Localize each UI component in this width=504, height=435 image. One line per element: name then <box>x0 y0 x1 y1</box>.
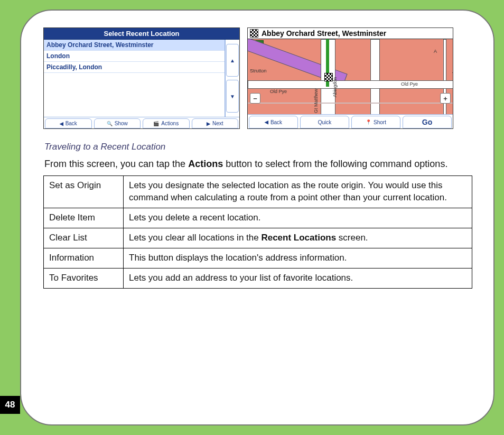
actions-desc-cell: Lets you designate the selected location… <box>124 176 472 208</box>
nav-label: Back <box>66 121 77 126</box>
list-item[interactable]: Abbey Orchard Street, Westminster <box>44 40 225 51</box>
back-button[interactable]: ◀ Back <box>45 118 92 128</box>
screenshot-map-preview: Abbey Orchard Street, Westminster 80 m S… <box>247 27 453 129</box>
street-label: Old Pye <box>401 81 418 87</box>
list-body: Abbey Orchard Street, Westminster London… <box>44 40 239 117</box>
binoculars-icon: 🔍 <box>107 121 113 126</box>
nav-label: Quick <box>318 119 332 125</box>
map-title: Abbey Orchard Street, Westminster <box>262 29 386 38</box>
list-title: Select Recent Location <box>44 28 239 40</box>
map-title-bar: Abbey Orchard Street, Westminster <box>248 28 453 39</box>
map-back-button[interactable]: ◀ Back <box>249 116 298 128</box>
para-text: From this screen, you can tap the <box>44 159 188 169</box>
triangle-left-icon: ◀ <box>60 121 63 126</box>
desc-text: Lets you clear all locations in the <box>129 233 261 243</box>
actions-cmd-cell: Clear List <box>44 228 124 248</box>
nav-label: Show <box>115 121 128 126</box>
table-row: Delete Item Lets you delete a recent loc… <box>44 208 472 228</box>
table-row: To Favorites Lets you add an address to … <box>44 268 472 288</box>
triangle-left-icon: ◀ <box>265 119 268 125</box>
street-label: Gt Matthew <box>313 89 319 113</box>
body-paragraph: From this screen, you can tap the Action… <box>44 158 472 170</box>
show-button[interactable]: 🔍 Show <box>94 118 141 128</box>
actions-cmd-cell: To Favorites <box>44 268 124 288</box>
map-go-button[interactable]: Go <box>403 116 452 128</box>
page-card: Select Recent Location Abbey Orchard Str… <box>20 10 494 425</box>
actions-desc-cell: Lets you delete a recent location. <box>124 208 472 228</box>
nav-label: Go <box>422 118 432 126</box>
map-bottom-nav: ◀ Back Quick 📍 Short Go <box>248 114 453 128</box>
screenshot-select-recent-location: Select Recent Location Abbey Orchard Str… <box>43 27 240 129</box>
destination-flag-icon <box>324 73 333 81</box>
triangle-right-icon: ▶ <box>207 121 210 126</box>
nav-label: Actions <box>161 121 179 126</box>
actions-cmd-cell: Information <box>44 248 124 269</box>
actions-cmd-cell: Set as Origin <box>44 176 124 208</box>
nav-label: Back <box>270 119 282 125</box>
actions-button[interactable]: 🎬 Actions <box>143 118 190 128</box>
map-road <box>248 80 453 89</box>
bottom-nav: ◀ Back 🔍 Show 🎬 Actions ▶ Next <box>44 117 239 128</box>
desc-text: This button displays the location's addr… <box>129 253 347 263</box>
scroll-column: ▲ ▼ <box>225 40 239 117</box>
route-icon: 📍 <box>366 119 371 125</box>
street-label: A <box>434 49 437 54</box>
map-road <box>248 103 453 104</box>
desc-text: Lets you add an address to your list of … <box>129 273 353 283</box>
scroll-down-button[interactable]: ▼ <box>226 80 239 113</box>
para-text: button to select from the following comm… <box>223 159 447 169</box>
chevron-up-icon: ▲ <box>230 58 235 63</box>
desc-text: screen. <box>336 233 368 243</box>
table-row: Clear List Lets you clear all locations … <box>44 228 472 248</box>
figure-caption: Traveling to a Recent Location <box>44 142 472 152</box>
street-label: Strutton <box>250 68 267 73</box>
next-button[interactable]: ▶ Next <box>192 118 239 128</box>
map-short-button[interactable]: 📍 Short <box>351 116 400 128</box>
nav-label: Next <box>212 121 223 126</box>
actions-desc-cell: Lets you add an address to your list of … <box>124 268 472 288</box>
para-bold: Actions <box>188 159 223 169</box>
list-items: Abbey Orchard Street, Westminster London… <box>44 40 225 117</box>
page-number: 48 <box>0 396 20 414</box>
map-body[interactable]: 80 m Strutton Old Pye Old Pye Gt Matthew… <box>248 39 453 114</box>
table-row: Set as Origin Lets you designate the sel… <box>44 176 472 208</box>
checkered-flag-icon <box>250 29 258 38</box>
zoom-out-button[interactable]: − <box>250 93 260 104</box>
street-label: Old Pye <box>270 89 287 94</box>
screenshots-row: Select Recent Location Abbey Orchard Str… <box>43 27 472 129</box>
actions-cmd-cell: Delete Item <box>44 208 124 228</box>
chevron-down-icon: ▼ <box>230 94 235 99</box>
actions-desc-cell: Lets you clear all locations in the Rece… <box>124 228 472 248</box>
list-item[interactable]: London <box>44 51 225 62</box>
scroll-up-button[interactable]: ▲ <box>226 44 239 77</box>
desc-text: Lets you designate the selected location… <box>129 180 447 202</box>
table-row: Information This button displays the loc… <box>44 248 472 269</box>
street-label: Abingdon <box>332 77 338 97</box>
list-item[interactable]: Piccadilly, London <box>44 62 225 73</box>
map-quick-button[interactable]: Quick <box>300 116 349 128</box>
zoom-in-button[interactable]: + <box>440 93 451 104</box>
nav-label: Short <box>374 119 386 125</box>
actions-table: Set as Origin Lets you designate the sel… <box>43 175 472 289</box>
desc-bold: Recent Locations <box>261 233 336 243</box>
street-label: Saint <box>452 68 453 79</box>
desc-text: Lets you delete a recent location. <box>129 212 261 223</box>
page-outer: 48 Select Recent Location Abbey Orchard … <box>0 0 504 435</box>
actions-desc-cell: This button displays the location's addr… <box>124 248 472 269</box>
clapper-icon: 🎬 <box>153 121 159 126</box>
